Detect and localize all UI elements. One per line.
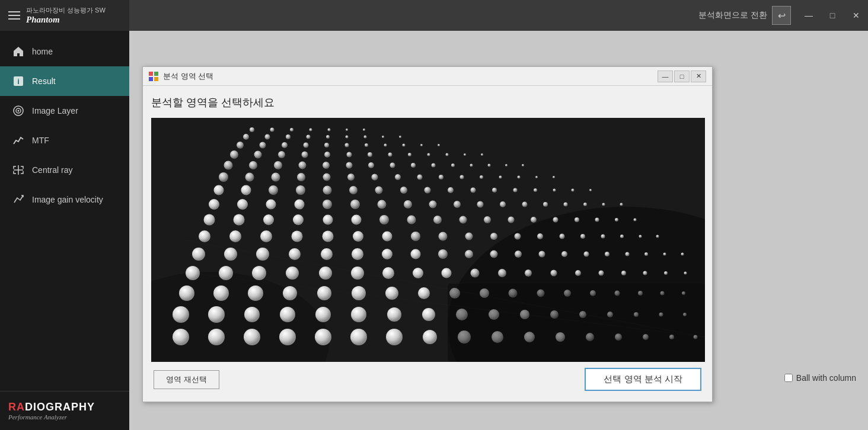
- svg-point-184: [347, 174, 355, 181]
- svg-point-89: [256, 248, 269, 261]
- svg-point-196: [249, 161, 257, 169]
- svg-point-177: [572, 189, 575, 192]
- svg-point-142: [615, 218, 618, 222]
- sidebar-item-home[interactable]: home: [0, 37, 129, 66]
- svg-point-154: [477, 201, 484, 208]
- sidebar-item-mtf[interactable]: MTF: [0, 126, 129, 155]
- svg-point-165: [296, 185, 305, 195]
- phantom-image: [151, 118, 705, 362]
- target-icon: [12, 104, 25, 117]
- svg-point-102: [605, 252, 609, 256]
- svg-point-201: [368, 162, 374, 168]
- svg-point-35: [244, 307, 260, 322]
- svg-point-71: [286, 267, 299, 280]
- svg-point-38: [351, 307, 366, 322]
- sidebar-item-image-layer[interactable]: Image Layer: [0, 96, 129, 126]
- menu-icon[interactable]: [8, 11, 20, 20]
- dialog-maximize-btn[interactable]: □: [674, 70, 690, 82]
- svg-point-143: [634, 219, 637, 222]
- close-button[interactable]: ✕: [844, 0, 868, 31]
- svg-point-127: [234, 214, 245, 226]
- svg-point-176: [553, 189, 556, 192]
- svg-point-117: [490, 233, 497, 240]
- svg-point-132: [379, 215, 389, 224]
- svg-point-180: [245, 173, 254, 182]
- svg-point-76: [442, 268, 452, 278]
- svg-point-219: [427, 153, 430, 156]
- svg-point-118: [515, 233, 521, 240]
- svg-point-19: [279, 329, 296, 345]
- svg-point-104: [644, 252, 648, 256]
- sidebar-item-central-ray[interactable]: Central ray: [0, 155, 129, 185]
- svg-point-246: [309, 129, 312, 131]
- svg-point-86: [684, 272, 687, 275]
- svg-point-78: [498, 269, 506, 277]
- svg-point-158: [564, 203, 568, 207]
- svg-rect-250: [448, 284, 705, 362]
- svg-point-193: [535, 176, 538, 178]
- svg-point-240: [364, 136, 367, 139]
- svg-point-187: [417, 175, 423, 180]
- svg-point-75: [413, 268, 423, 278]
- logo-sub: Performance Analyzer: [8, 413, 121, 421]
- svg-point-146: [266, 200, 276, 210]
- back-button[interactable]: ↩: [772, 6, 791, 25]
- svg-point-248: [346, 129, 348, 131]
- svg-text:i: i: [17, 77, 20, 86]
- svg-point-172: [471, 188, 476, 193]
- app-title-group: 파노라마장비 성능평가 SW Phantom: [26, 6, 106, 25]
- svg-point-160: [602, 203, 605, 206]
- svg-point-242: [399, 136, 401, 138]
- svg-point-6: [18, 110, 20, 112]
- svg-point-16: [173, 329, 189, 345]
- svg-point-162: [214, 185, 224, 195]
- svg-point-72: [319, 267, 332, 280]
- svg-point-220: [446, 153, 449, 156]
- sidebar-item-result[interactable]: i Result: [0, 66, 129, 96]
- start-analysis-button[interactable]: 선택 영역 분석 시작: [585, 368, 701, 391]
- svg-point-149: [350, 200, 360, 209]
- svg-point-134: [433, 216, 442, 224]
- svg-point-178: [589, 189, 592, 191]
- sidebar-header: 파노라마장비 성능평가 SW Phantom: [0, 0, 129, 31]
- dialog-close-btn[interactable]: ✕: [691, 70, 706, 82]
- svg-point-92: [352, 248, 363, 260]
- svg-point-80: [551, 270, 557, 277]
- svg-point-36: [280, 307, 295, 322]
- svg-point-128: [263, 214, 274, 225]
- svg-point-121: [580, 234, 585, 239]
- svg-point-169: [400, 187, 407, 194]
- reselect-button[interactable]: 영역 재선택: [154, 370, 219, 389]
- svg-point-209: [522, 164, 524, 166]
- info-icon: i: [12, 75, 25, 88]
- svg-point-126: [204, 214, 215, 226]
- svg-point-82: [599, 271, 604, 276]
- svg-point-137: [508, 217, 515, 223]
- ball-column-checkbox[interactable]: [784, 374, 793, 382]
- svg-point-122: [601, 235, 605, 239]
- svg-point-140: [575, 217, 579, 222]
- svg-point-129: [293, 214, 304, 225]
- svg-point-195: [224, 161, 233, 170]
- svg-point-68: [186, 266, 200, 280]
- svg-point-148: [323, 200, 332, 209]
- maximize-button[interactable]: □: [821, 0, 844, 31]
- svg-point-247: [328, 129, 331, 131]
- svg-point-208: [505, 164, 508, 166]
- svg-marker-0: [14, 47, 23, 56]
- svg-point-189: [460, 175, 464, 179]
- svg-point-57: [418, 287, 430, 299]
- svg-point-200: [346, 162, 353, 169]
- sidebar-item-image-gain-velocity[interactable]: Image gain velocity: [0, 185, 129, 214]
- dialog-window-controls: — □ ✕: [658, 70, 706, 82]
- svg-point-23: [423, 330, 437, 344]
- svg-point-164: [269, 185, 278, 195]
- minimize-button[interactable]: —: [797, 0, 821, 31]
- svg-point-174: [513, 188, 518, 192]
- svg-point-199: [323, 162, 330, 169]
- app-title-line2: Phantom: [26, 15, 106, 25]
- sidebar-label-mtf: MTF: [32, 136, 49, 145]
- svg-point-119: [537, 233, 543, 239]
- svg-point-188: [439, 175, 443, 179]
- dialog-minimize-btn[interactable]: —: [658, 70, 673, 82]
